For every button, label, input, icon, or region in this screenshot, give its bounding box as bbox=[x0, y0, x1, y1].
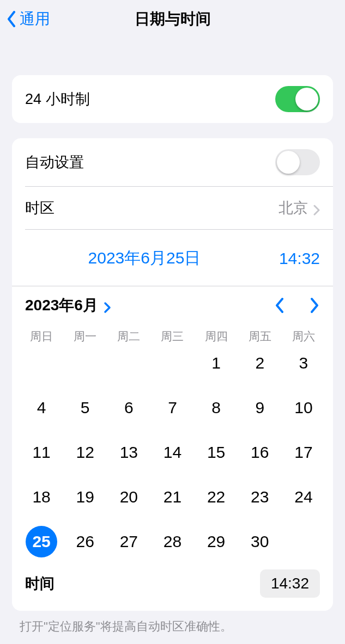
day-cell[interactable]: 20 bbox=[107, 481, 150, 513]
day-cell[interactable]: 29 bbox=[195, 526, 238, 557]
value-timezone: 北京 bbox=[279, 198, 320, 218]
day-cell[interactable]: 6 bbox=[107, 392, 150, 424]
day-cell[interactable]: 25 bbox=[20, 526, 63, 557]
day-cell[interactable]: 14 bbox=[150, 437, 194, 468]
back-label: 通用 bbox=[20, 9, 50, 29]
day-empty bbox=[107, 347, 150, 379]
day-cell[interactable]: 15 bbox=[195, 437, 238, 468]
row-time: 时间 14:32 bbox=[12, 562, 333, 611]
day-cell[interactable]: 7 bbox=[150, 392, 194, 424]
day-cell[interactable]: 26 bbox=[63, 526, 107, 557]
day-cell[interactable]: 19 bbox=[63, 481, 107, 513]
label-auto-set: 自动设置 bbox=[25, 152, 84, 172]
day-cell[interactable]: 17 bbox=[282, 437, 325, 468]
toggle-24hour[interactable] bbox=[275, 86, 320, 112]
day-cell[interactable]: 2 bbox=[238, 347, 282, 379]
time-display[interactable]: 14:32 bbox=[279, 245, 320, 272]
weekday-label: 周二 bbox=[107, 329, 150, 344]
next-month-button[interactable] bbox=[309, 297, 320, 314]
month-picker-button[interactable]: 2023年6月 bbox=[25, 295, 111, 316]
row-timezone[interactable]: 时区 北京 bbox=[12, 187, 333, 229]
day-cell[interactable]: 1 bbox=[195, 347, 238, 379]
day-cell[interactable]: 18 bbox=[20, 481, 63, 513]
chevron-left-icon bbox=[7, 11, 16, 27]
weekday-label: 周六 bbox=[282, 329, 325, 344]
day-cell[interactable]: 30 bbox=[238, 526, 282, 557]
toggle-knob bbox=[295, 88, 318, 111]
group-24hour: 24 小时制 bbox=[12, 75, 333, 123]
calendar-grid: 1234567891011121314151617181920212223242… bbox=[12, 347, 333, 562]
weekday-label: 周一 bbox=[63, 329, 107, 344]
day-cell[interactable]: 23 bbox=[238, 481, 282, 513]
weekday-label: 周五 bbox=[238, 329, 282, 344]
day-cell[interactable]: 10 bbox=[282, 392, 325, 424]
date-display[interactable]: 2023年6月25日 bbox=[88, 243, 201, 274]
day-empty bbox=[20, 347, 63, 379]
weekday-label: 周日 bbox=[20, 329, 63, 344]
day-cell[interactable]: 5 bbox=[63, 392, 107, 424]
prev-month-button[interactable] bbox=[274, 297, 285, 314]
day-cell[interactable]: 12 bbox=[63, 437, 107, 468]
day-cell[interactable]: 4 bbox=[20, 392, 63, 424]
day-empty bbox=[150, 347, 194, 379]
row-24hour: 24 小时制 bbox=[12, 75, 333, 123]
label-timezone: 时区 bbox=[25, 198, 55, 218]
weekday-header: 周日周一周二周三周四周五周六 bbox=[12, 321, 333, 347]
back-button[interactable]: 通用 bbox=[0, 9, 50, 29]
label-24hour: 24 小时制 bbox=[25, 89, 90, 109]
label-time: 时间 bbox=[25, 574, 55, 593]
time-picker-button[interactable]: 14:32 bbox=[260, 569, 320, 598]
row-date-time-display: 2023年6月25日 14:32 bbox=[12, 230, 333, 286]
day-cell[interactable]: 22 bbox=[195, 481, 238, 513]
day-cell[interactable]: 9 bbox=[238, 392, 282, 424]
month-label-text: 2023年6月 bbox=[25, 295, 98, 316]
day-cell[interactable]: 13 bbox=[107, 437, 150, 468]
calendar-month-header: 2023年6月 bbox=[12, 286, 333, 321]
day-cell[interactable]: 27 bbox=[107, 526, 150, 557]
day-cell[interactable]: 11 bbox=[20, 437, 63, 468]
chevron-right-icon bbox=[313, 203, 320, 213]
day-cell[interactable]: 16 bbox=[238, 437, 282, 468]
toggle-auto-set[interactable] bbox=[275, 149, 320, 175]
day-cell[interactable]: 3 bbox=[282, 347, 325, 379]
timezone-text: 北京 bbox=[279, 198, 308, 218]
day-cell[interactable]: 8 bbox=[195, 392, 238, 424]
group-datetime: 自动设置 时区 北京 2023年6月25日 14:32 2023年6月 bbox=[12, 138, 333, 611]
day-cell[interactable]: 28 bbox=[150, 526, 194, 557]
row-auto-set: 自动设置 bbox=[12, 138, 333, 186]
page-title: 日期与时间 bbox=[0, 9, 345, 29]
toggle-knob bbox=[277, 151, 300, 174]
day-cell[interactable]: 24 bbox=[282, 481, 325, 513]
weekday-label: 周三 bbox=[150, 329, 194, 344]
weekday-label: 周四 bbox=[195, 329, 238, 344]
day-empty bbox=[63, 347, 107, 379]
chevron-right-icon bbox=[104, 300, 111, 312]
day-cell[interactable]: 21 bbox=[150, 481, 194, 513]
footer-note: 打开"定位服务"将提高自动时区准确性。 bbox=[0, 611, 345, 635]
